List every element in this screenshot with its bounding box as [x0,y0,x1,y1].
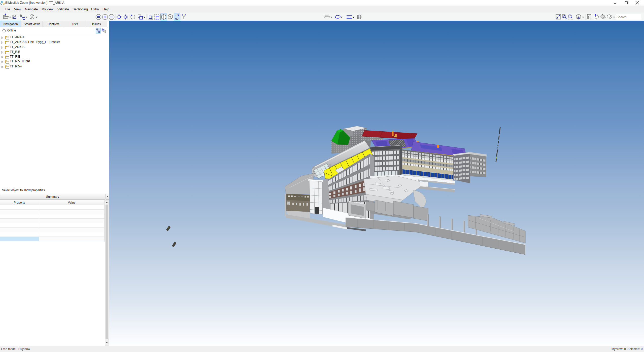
svg-text:Search: Search [617,15,627,19]
